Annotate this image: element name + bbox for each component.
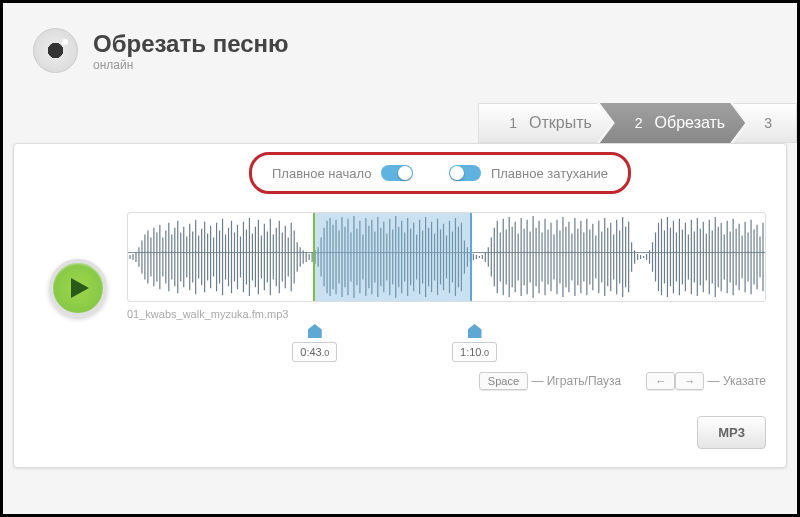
fade-out-label: Плавное затухание [491,166,608,181]
fade-in-toggle[interactable] [381,165,413,181]
svg-marker-0 [71,278,89,298]
start-handle[interactable]: 0:43.0 [292,324,337,362]
fade-in-label: Плавное начало [272,166,371,181]
fade-out-toggle[interactable] [449,165,481,181]
arrow-left-key-icon: ← [646,372,675,390]
space-key-icon: Space [479,372,528,390]
app-header: Обрезать песню онлайн [3,3,797,88]
vinyl-logo-icon [33,28,78,73]
playhead[interactable]: 0:43.0 [313,212,315,301]
waveform[interactable]: 0:43.0 [127,212,766,302]
end-handle[interactable]: 1:10.0 [452,324,497,362]
play-button[interactable] [49,259,107,317]
app-subtitle: онлайн [93,58,289,72]
arrow-right-key-icon: → [675,372,704,390]
step-cut[interactable]: 2 Обрезать [600,103,745,143]
format-button[interactable]: MP3 [697,416,766,449]
selection-region[interactable] [313,213,472,301]
fade-controls: Плавное начало Плавное затухание [249,152,631,194]
filename-label: 01_kwabs_walk_myzuka.fm.mp3 [127,308,766,320]
play-icon [71,278,89,298]
editor-panel: Плавное начало Плавное затухание [13,143,787,468]
app-title: Обрезать песню [93,30,289,58]
keyboard-hints: Space — Играть/Пауза ←→ — Указате [14,374,786,398]
step-open[interactable]: 1 Открыть [478,103,612,143]
step-tabs: 1 Открыть 2 Обрезать 3 [3,103,797,143]
